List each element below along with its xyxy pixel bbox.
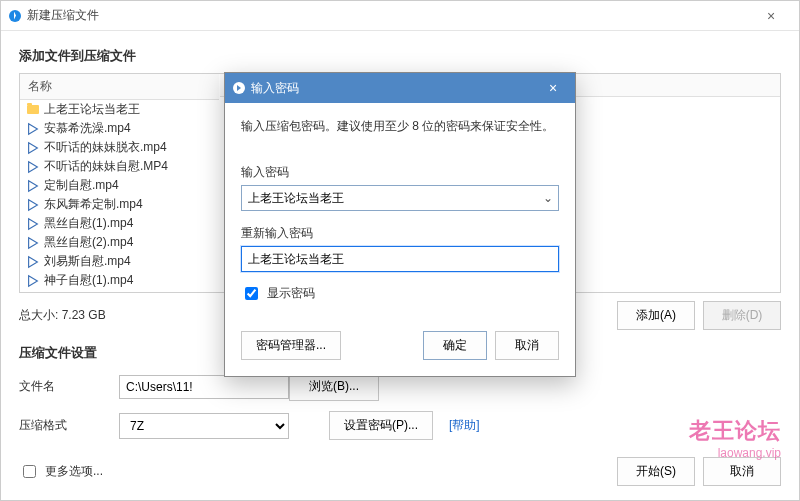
file-name: 黑丝自慰(2).mp4 — [44, 234, 133, 251]
ok-button[interactable]: 确定 — [423, 331, 487, 360]
folder-icon — [26, 103, 40, 117]
video-icon — [26, 122, 40, 136]
filename-input[interactable] — [119, 375, 289, 399]
dialog-instruction: 输入压缩包密码。建议使用至少 8 位的密码来保证安全性。 — [241, 117, 559, 136]
confirm-password-input[interactable] — [241, 246, 559, 272]
filename-label: 文件名 — [19, 378, 119, 395]
table-row[interactable]: 不听话的妹妹自慰.MP4 — [20, 157, 219, 176]
dialog-close-button[interactable]: × — [539, 80, 567, 96]
table-row[interactable]: 刘易斯自慰.mp4 — [20, 252, 219, 271]
more-options-label: 更多选项... — [45, 463, 103, 480]
file-name: 刘易斯自慰.mp4 — [44, 253, 131, 270]
titlebar: 新建压缩文件 × — [1, 1, 799, 31]
video-icon — [26, 179, 40, 193]
more-options-checkbox[interactable]: 更多选项... — [19, 462, 103, 481]
window-title: 新建压缩文件 — [27, 7, 751, 24]
svg-marker-1 — [29, 142, 38, 153]
svg-marker-0 — [29, 123, 38, 134]
file-name: 安慕希洗澡.mp4 — [44, 120, 131, 137]
table-row[interactable]: 黑丝自慰(2).mp4 — [20, 233, 219, 252]
dialog-cancel-button[interactable]: 取消 — [495, 331, 559, 360]
delete-button[interactable]: 删除(D) — [703, 301, 781, 330]
table-row[interactable]: 上老王论坛当老王 — [20, 100, 219, 119]
col-name-header[interactable]: 名称 — [20, 74, 219, 100]
dialog-icon — [233, 82, 245, 94]
svg-marker-8 — [29, 275, 38, 286]
file-name: 神子自慰(1).mp4 — [44, 272, 133, 289]
file-name: 黑丝自慰(1).mp4 — [44, 215, 133, 232]
table-row[interactable]: 安慕希洗澡.mp4 — [20, 119, 219, 138]
app-icon — [9, 10, 21, 22]
svg-marker-2 — [29, 161, 38, 172]
add-button[interactable]: 添加(A) — [617, 301, 695, 330]
password-dialog: 输入密码 × 输入压缩包密码。建议使用至少 8 位的密码来保证安全性。 输入密码… — [224, 72, 576, 377]
video-icon — [26, 236, 40, 250]
video-icon — [26, 274, 40, 288]
svg-marker-7 — [29, 256, 38, 267]
show-password-input[interactable] — [245, 287, 258, 300]
set-password-button[interactable]: 设置密码(P)... — [329, 411, 433, 440]
dialog-title: 输入密码 — [251, 80, 539, 97]
file-name: 不听话的妹妹脱衣.mp4 — [44, 139, 167, 156]
file-name: 上老王论坛当老王 — [44, 101, 140, 118]
show-password-label: 显示密码 — [267, 285, 315, 302]
video-icon — [26, 160, 40, 174]
svg-marker-6 — [29, 237, 38, 248]
svg-marker-3 — [29, 180, 38, 191]
video-icon — [26, 141, 40, 155]
start-button[interactable]: 开始(S) — [617, 457, 695, 486]
password-input[interactable] — [241, 185, 559, 211]
more-options-input[interactable] — [23, 465, 36, 478]
password-label: 输入密码 — [241, 164, 559, 181]
video-icon — [26, 255, 40, 269]
table-row[interactable]: 东风舞希定制.mp4 — [20, 195, 219, 214]
close-button[interactable]: × — [751, 8, 791, 24]
file-name: 定制自慰.mp4 — [44, 177, 119, 194]
table-row[interactable]: 定制自慰.mp4 — [20, 176, 219, 195]
file-name: 不听话的妹妹自慰.MP4 — [44, 158, 168, 175]
table-row[interactable]: 不听话的妹妹脱衣.mp4 — [20, 138, 219, 157]
svg-marker-4 — [29, 199, 38, 210]
video-icon — [26, 217, 40, 231]
svg-marker-5 — [29, 218, 38, 229]
confirm-password-label: 重新输入密码 — [241, 225, 559, 242]
dialog-titlebar: 输入密码 × — [225, 73, 575, 103]
add-files-heading: 添加文件到压缩文件 — [19, 47, 781, 65]
bottom-bar: 更多选项... 开始(S) 取消 — [1, 447, 799, 500]
format-label: 压缩格式 — [19, 417, 119, 434]
help-link[interactable]: [帮助] — [449, 417, 480, 434]
cancel-button[interactable]: 取消 — [703, 457, 781, 486]
video-icon — [26, 198, 40, 212]
table-row[interactable]: 黑丝自慰(1).mp4 — [20, 214, 219, 233]
table-row[interactable]: 神子自慰(1).mp4 — [20, 271, 219, 290]
show-password-checkbox[interactable]: 显示密码 — [241, 284, 315, 303]
password-manager-button[interactable]: 密码管理器... — [241, 331, 341, 360]
total-size-label: 总大小: 7.23 GB — [19, 307, 106, 324]
file-name: 东风舞希定制.mp4 — [44, 196, 143, 213]
format-select[interactable]: 7Z — [119, 413, 289, 439]
